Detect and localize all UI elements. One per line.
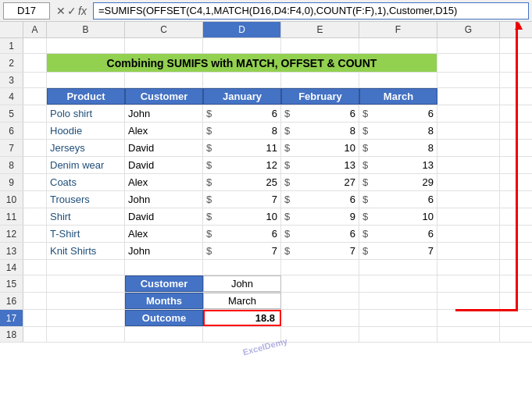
insert-function-icon[interactable]: fx bbox=[78, 5, 87, 17]
cell-a7[interactable] bbox=[23, 140, 47, 156]
cell-f6-mar[interactable]: $8 bbox=[359, 123, 437, 139]
cell-g7[interactable] bbox=[437, 140, 500, 156]
cell-d8-jan[interactable]: $12 bbox=[203, 157, 281, 173]
cell-a8[interactable] bbox=[23, 157, 47, 173]
cell-c18[interactable] bbox=[125, 327, 203, 342]
cell-e16[interactable] bbox=[281, 293, 359, 309]
cell-f1[interactable] bbox=[359, 38, 437, 53]
cell-f13-mar[interactable]: $7 bbox=[359, 243, 437, 259]
cell-d9-jan[interactable]: $25 bbox=[203, 174, 281, 190]
cell-b15[interactable] bbox=[47, 275, 125, 292]
cell-c1[interactable] bbox=[125, 38, 203, 53]
cell-g6[interactable] bbox=[437, 123, 500, 139]
cell-g10[interactable] bbox=[437, 191, 500, 208]
cell-g11[interactable] bbox=[437, 208, 500, 225]
cell-a12[interactable] bbox=[23, 226, 47, 242]
cell-g9[interactable] bbox=[437, 174, 500, 190]
cell-e14[interactable] bbox=[281, 260, 359, 275]
cell-f8-mar[interactable]: $13 bbox=[359, 157, 437, 173]
cell-f16[interactable] bbox=[359, 293, 437, 309]
cell-e13-feb[interactable]: $7 bbox=[281, 243, 359, 259]
cell-e10-feb[interactable]: $6 bbox=[281, 191, 359, 208]
cell-d15-customer-value[interactable]: John bbox=[203, 275, 281, 292]
cell-a4[interactable] bbox=[23, 88, 47, 105]
cell-g5[interactable] bbox=[437, 105, 500, 122]
formula-input[interactable]: =SUMIFS(OFFSET(C4,1,MATCH(D16,D4:F4,0),C… bbox=[93, 2, 529, 20]
cell-f7-mar[interactable]: $8 bbox=[359, 140, 437, 156]
cell-g2[interactable] bbox=[437, 54, 500, 72]
cell-a5[interactable] bbox=[23, 105, 47, 122]
cell-g3[interactable] bbox=[437, 73, 500, 87]
cell-e18[interactable] bbox=[281, 327, 359, 342]
cell-c11-customer[interactable]: David bbox=[125, 208, 203, 225]
cell-e12-feb[interactable]: $6 bbox=[281, 226, 359, 242]
cell-f14[interactable] bbox=[359, 260, 437, 275]
cell-c3[interactable] bbox=[125, 73, 203, 87]
cell-g15[interactable] bbox=[437, 275, 500, 292]
cell-g13[interactable] bbox=[437, 243, 500, 259]
cell-c5-customer[interactable]: John bbox=[125, 105, 203, 122]
cell-c10-customer[interactable]: John bbox=[125, 191, 203, 208]
cell-d12-jan[interactable]: $6 bbox=[203, 226, 281, 242]
cell-g17[interactable] bbox=[437, 310, 500, 326]
col-header-f[interactable]: F bbox=[359, 22, 437, 37]
cell-f3[interactable] bbox=[359, 73, 437, 87]
cell-b9-product[interactable]: Coats bbox=[47, 174, 125, 190]
cell-f10-mar[interactable]: $6 bbox=[359, 191, 437, 208]
cell-a13[interactable] bbox=[23, 243, 47, 259]
cell-a2[interactable] bbox=[23, 54, 47, 72]
cell-g4[interactable] bbox=[437, 88, 500, 105]
cell-e3[interactable] bbox=[281, 73, 359, 87]
cell-d17-outcome-value[interactable]: 18.8 bbox=[203, 310, 281, 326]
cell-d18[interactable] bbox=[203, 327, 281, 342]
cell-c13-customer[interactable]: John bbox=[125, 243, 203, 259]
cell-b14[interactable] bbox=[47, 260, 125, 275]
col-header-g[interactable]: G bbox=[437, 22, 500, 37]
cell-g1[interactable] bbox=[437, 38, 500, 53]
cell-e7-feb[interactable]: $10 bbox=[281, 140, 359, 156]
cell-g18[interactable] bbox=[437, 327, 500, 342]
cell-f11-mar[interactable]: $10 bbox=[359, 208, 437, 225]
cell-f12-mar[interactable]: $6 bbox=[359, 226, 437, 242]
cell-e17[interactable] bbox=[281, 310, 359, 326]
cell-a9[interactable] bbox=[23, 174, 47, 190]
cell-a6[interactable] bbox=[23, 123, 47, 139]
cell-b17[interactable] bbox=[47, 310, 125, 326]
col-header-a[interactable]: A bbox=[23, 22, 47, 37]
cell-a14[interactable] bbox=[23, 260, 47, 275]
cell-a11[interactable] bbox=[23, 208, 47, 225]
cell-b3[interactable] bbox=[47, 73, 125, 87]
cell-b12-product[interactable]: T-Shirt bbox=[47, 226, 125, 242]
cell-b16[interactable] bbox=[47, 293, 125, 309]
cell-d7-jan[interactable]: $11 bbox=[203, 140, 281, 156]
cell-c9-customer[interactable]: Alex bbox=[125, 174, 203, 190]
cell-f18[interactable] bbox=[359, 327, 437, 342]
cell-b11-product[interactable]: Shirt bbox=[47, 208, 125, 225]
cell-d10-jan[interactable]: $7 bbox=[203, 191, 281, 208]
cell-d11-jan[interactable]: $10 bbox=[203, 208, 281, 225]
cell-b8-product[interactable]: Denim wear bbox=[47, 157, 125, 173]
col-header-b[interactable]: B bbox=[47, 22, 125, 37]
cell-c6-customer[interactable]: Alex bbox=[125, 123, 203, 139]
cell-f15[interactable] bbox=[359, 275, 437, 292]
cell-b13-product[interactable]: Knit Shirts bbox=[47, 243, 125, 259]
cell-b18[interactable] bbox=[47, 327, 125, 342]
cell-d3[interactable] bbox=[203, 73, 281, 87]
cell-d14[interactable] bbox=[203, 260, 281, 275]
cell-b6-product[interactable]: Hoodie bbox=[47, 123, 125, 139]
cell-a15[interactable] bbox=[23, 275, 47, 292]
cell-a3[interactable] bbox=[23, 73, 47, 87]
cell-a18[interactable] bbox=[23, 327, 47, 342]
cell-a10[interactable] bbox=[23, 191, 47, 208]
cell-c14[interactable] bbox=[125, 260, 203, 275]
cell-b5-product[interactable]: Polo shirt bbox=[47, 105, 125, 122]
cell-d5-jan[interactable]: $6 bbox=[203, 105, 281, 122]
cell-e1[interactable] bbox=[281, 38, 359, 53]
cell-e9-feb[interactable]: $27 bbox=[281, 174, 359, 190]
col-header-c[interactable]: C bbox=[125, 22, 203, 37]
cell-e8-feb[interactable]: $13 bbox=[281, 157, 359, 173]
cell-b1[interactable] bbox=[47, 38, 125, 53]
cell-b10-product[interactable]: Trousers bbox=[47, 191, 125, 208]
cell-e11-feb[interactable]: $9 bbox=[281, 208, 359, 225]
cell-f5-mar[interactable]: $6 bbox=[359, 105, 437, 122]
